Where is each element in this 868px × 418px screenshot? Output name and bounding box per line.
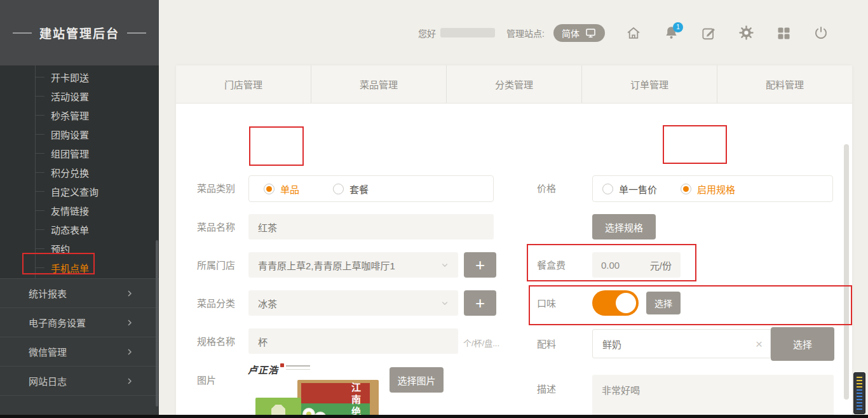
brand-seal-icon (280, 363, 284, 367)
sidebar-item-friend-links[interactable]: 友情链接 (0, 201, 159, 220)
tab-store-management[interactable]: 门店管理 (176, 65, 311, 103)
box-fee-value: 0.00 (601, 260, 620, 271)
spec-name-hint: 个/杯/盘... (463, 337, 499, 349)
apps-grid-button[interactable] (776, 25, 791, 41)
box-fee-label: 餐盒费 (537, 260, 566, 271)
sidebar-item-mobile-ordering[interactable]: 手机点单 (0, 258, 159, 277)
topbar: 您好 管理站点: 简体 1 (159, 0, 868, 65)
main-panel: 门店管理 菜品管理 分类管理 订单管理 配料管理 菜品类别 单品 套餐 菜品名称 (176, 65, 852, 418)
app-title: 建站管理后台 (39, 24, 119, 41)
home-button[interactable] (626, 25, 641, 41)
sidebar-submenu: 开卡即送 活动设置 秒杀管理 团购设置 组团管理 积分兑换 自定义查询 友情链接… (0, 65, 159, 277)
settings-button[interactable] (738, 25, 754, 41)
tab-ingredient-management[interactable]: 配料管理 (717, 65, 852, 103)
flavor-label: 口味 (537, 299, 556, 309)
brand-logo: 卢正浩 (248, 363, 383, 376)
notifications-button[interactable]: 1 (663, 25, 679, 41)
radio-label: 单一售价 (619, 182, 657, 196)
brand-subtext (286, 365, 310, 370)
chevron-right-icon (125, 288, 135, 299)
add-store-button[interactable]: + (464, 252, 496, 278)
dish-name-input[interactable] (248, 214, 494, 239)
sidebar-item-points-exchange[interactable]: 积分兑换 (0, 163, 159, 182)
box-fee-field[interactable]: 0.00 元/份 (592, 252, 681, 278)
title-dash-left (13, 32, 32, 34)
tab-category-management[interactable]: 分类管理 (446, 65, 581, 103)
sidebar-item-reservation[interactable]: 预约 (0, 239, 159, 258)
chevron-right-icon (125, 347, 135, 357)
photo-gift-box: 江南绝 (297, 380, 379, 418)
store-select[interactable]: 青青原上草2,青青原上草咖啡厅1 (248, 252, 458, 278)
gift-box-text: 江南绝 (349, 382, 362, 418)
sidebar-item-custom-query[interactable]: 自定义查询 (0, 182, 159, 201)
tab-order-management[interactable]: 订单管理 (581, 65, 717, 103)
sidebar-item-label: 积分兑换 (51, 166, 89, 179)
radio-circle-icon (264, 184, 275, 194)
radio-single-item[interactable]: 单品 (264, 182, 299, 196)
select-image-button[interactable]: 选择图片 (390, 367, 444, 393)
sidebar-item-label: 活动设置 (51, 90, 89, 103)
sidebar-item-open-card-gift[interactable]: 开卡即送 (0, 67, 159, 86)
sidebar-scrollbar[interactable] (156, 240, 158, 407)
image-label: 图片 (197, 375, 216, 386)
add-category-button[interactable]: + (464, 290, 496, 316)
sidebar-item-label: 团购设置 (51, 128, 89, 141)
ingredient-select-button[interactable]: 选择 (771, 327, 834, 361)
product-photo: 卢正浩 江南绝 (248, 363, 383, 418)
sidebar-item-label: 组团管理 (51, 147, 89, 160)
form-content: 菜品类别 单品 套餐 菜品名称 所属门店 青青原上草2,青青原上草咖啡厅1 + … (176, 104, 852, 417)
greeting-text: 您好 (418, 27, 436, 39)
sidebar-item-group-buy[interactable]: 团购设置 (0, 125, 159, 144)
flavor-select-button[interactable]: 选择 (646, 292, 681, 314)
widget-yellow-bars (857, 377, 862, 389)
radio-single-price[interactable]: 单一售价 (602, 182, 657, 196)
category-select[interactable]: 冰茶 (248, 290, 458, 316)
sidebar-section-statistics[interactable]: 统计报表 (0, 278, 159, 307)
home-icon (625, 25, 642, 41)
logout-button[interactable] (813, 25, 829, 41)
description-textarea[interactable]: 非常好喝 (592, 375, 834, 418)
radio-enable-spec[interactable]: 启用规格 (681, 182, 735, 196)
tab-dish-management[interactable]: 菜品管理 (311, 65, 446, 103)
flavor-toggle[interactable] (592, 290, 639, 316)
dish-category-label: 菜品类别 (197, 184, 235, 194)
language-pill-label: 简体 (562, 27, 580, 39)
spec-name-label: 规格名称 (197, 337, 235, 347)
radio-set-meal[interactable]: 套餐 (333, 182, 369, 196)
app: 建站管理后台 开卡即送 活动设置 秒杀管理 团购设置 组团管理 积分兑换 自定义… (0, 0, 868, 418)
store-label: 所属门店 (197, 260, 235, 271)
sidebar-item-group-mgmt[interactable]: 组团管理 (0, 144, 159, 163)
sidebar-item-label: 动态表单 (51, 223, 89, 236)
sidebar-section-site-log[interactable]: 网站日志 (0, 366, 159, 395)
spec-name-input[interactable] (248, 328, 458, 354)
select-spec-button[interactable]: 选择规格 (592, 214, 656, 239)
clear-icon[interactable]: × (756, 338, 763, 350)
bottom-edge-strip (0, 415, 868, 418)
sidebar-section-wechat[interactable]: 微信管理 (0, 337, 159, 366)
monitor-icon (585, 27, 597, 39)
language-pill-button[interactable]: 简体 (553, 24, 605, 42)
section-label: 微信管理 (29, 345, 67, 358)
compose-button[interactable] (701, 25, 716, 41)
radio-circle-icon (333, 184, 344, 194)
ingredient-value: 鲜奶 (602, 337, 621, 351)
sidebar-item-flash-sale[interactable]: 秒杀管理 (0, 105, 159, 125)
brand-logo-text: 卢正浩 (248, 363, 278, 376)
sidebar-item-activity-settings[interactable]: 活动设置 (0, 86, 159, 105)
content-scrollbar[interactable] (844, 144, 849, 400)
radio-label: 启用规格 (697, 182, 735, 196)
section-label: 电子商务设置 (29, 316, 86, 329)
sidebar-item-label: 手机点单 (51, 261, 89, 274)
sidebar: 建站管理后台 开卡即送 活动设置 秒杀管理 团购设置 组团管理 积分兑换 自定义… (0, 0, 159, 418)
radio-label: 单品 (280, 182, 299, 196)
topbar-icons: 1 (626, 25, 829, 41)
toggle-knob (616, 293, 636, 313)
sidebar-section-ecommerce[interactable]: 电子商务设置 (0, 307, 159, 337)
manage-site-label: 管理站点: (506, 27, 545, 39)
sidebar-item-dynamic-form[interactable]: 动态表单 (0, 220, 159, 239)
ingredient-input[interactable]: 鲜奶 × (592, 329, 771, 358)
price-radio-group: 单一售价 启用规格 (592, 175, 833, 202)
sidebar-item-label: 开卡即送 (51, 71, 89, 84)
price-label: 价格 (537, 184, 556, 194)
grid-icon (776, 25, 791, 41)
